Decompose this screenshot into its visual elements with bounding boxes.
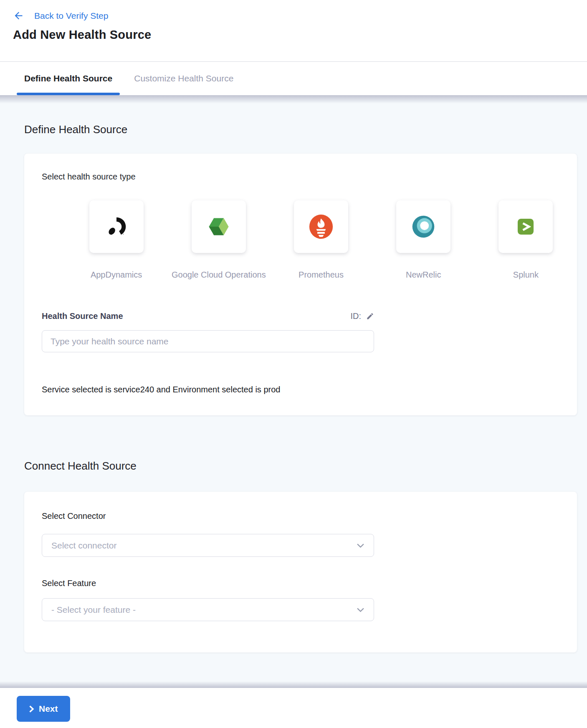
source-col-splunk: Splunk xyxy=(475,200,577,280)
source-col-appdynamics: AppDynamics xyxy=(65,200,167,280)
source-label: Prometheus xyxy=(299,270,344,280)
chevron-down-icon xyxy=(357,543,364,548)
prometheus-tile[interactable] xyxy=(294,200,348,253)
google-cloud-operations-tile[interactable] xyxy=(192,200,246,253)
page-header: Back to Verify Step Add New Health Sourc… xyxy=(0,0,587,62)
appdynamics-icon xyxy=(104,215,129,239)
next-button-label: Next xyxy=(39,704,58,714)
source-col-google-cloud-operations: Google Cloud Operations xyxy=(167,200,270,280)
splunk-tile[interactable] xyxy=(498,200,553,253)
id-label: ID: xyxy=(350,311,361,321)
back-to-verify-step-link[interactable]: Back to Verify Step xyxy=(13,10,587,21)
newrelic-icon xyxy=(411,215,435,239)
health-source-name-label: Health Source Name xyxy=(42,311,123,321)
page-title: Add New Health Source xyxy=(13,28,587,42)
arrow-left-icon xyxy=(13,10,24,21)
next-button[interactable]: Next xyxy=(17,696,70,722)
add-health-source-page: Back to Verify Step Add New Health Sourc… xyxy=(0,0,587,728)
select-connector-label: Select Connector xyxy=(42,511,577,521)
health-source-name-input[interactable] xyxy=(42,330,374,352)
health-source-type-tiles: AppDynamics Google Cloud Operations xyxy=(65,200,577,280)
define-health-source-card: Select health source type AppDynamics xyxy=(24,154,577,415)
page-footer: Next xyxy=(0,688,587,728)
chevron-right-icon xyxy=(29,705,34,713)
health-source-name-row: Health Source Name ID: xyxy=(42,311,374,321)
select-feature-label: Select Feature xyxy=(42,579,577,588)
tab-define-health-source[interactable]: Define Health Source xyxy=(17,62,120,95)
newrelic-tile[interactable] xyxy=(396,200,450,253)
chevron-down-icon xyxy=(357,607,364,612)
back-link-label: Back to Verify Step xyxy=(34,11,108,21)
select-type-label: Select health source type xyxy=(42,172,577,182)
source-col-prometheus: Prometheus xyxy=(270,200,372,280)
splunk-icon xyxy=(514,215,538,239)
appdynamics-tile[interactable] xyxy=(89,200,144,253)
feature-select-placeholder: - Select your feature - xyxy=(51,605,136,615)
connect-section-heading: Connect Health Source xyxy=(24,460,577,473)
source-label: AppDynamics xyxy=(91,270,142,280)
connector-select-placeholder: Select connector xyxy=(51,541,116,551)
service-environment-note: Service selected is service240 and Envir… xyxy=(42,385,577,394)
google-cloud-operations-icon xyxy=(207,215,231,239)
source-label: Google Cloud Operations xyxy=(172,270,266,280)
edit-pencil-icon[interactable] xyxy=(366,312,374,320)
connector-select[interactable]: Select connector xyxy=(42,534,374,557)
source-col-newrelic: NewRelic xyxy=(372,200,475,280)
feature-select[interactable]: - Select your feature - xyxy=(42,598,374,621)
tab-customize-health-source[interactable]: Customize Health Source xyxy=(127,62,241,95)
id-group: ID: xyxy=(350,311,374,321)
source-label: NewRelic xyxy=(406,270,441,280)
source-label: Splunk xyxy=(513,270,539,280)
connect-health-source-card: Select Connector Select connector Select… xyxy=(24,492,577,652)
content-area: Define Health Source Select health sourc… xyxy=(0,95,587,688)
define-section-heading: Define Health Source xyxy=(24,95,577,136)
prometheus-icon xyxy=(309,214,334,239)
health-source-tabs: Define Health Source Customize Health So… xyxy=(0,62,587,95)
